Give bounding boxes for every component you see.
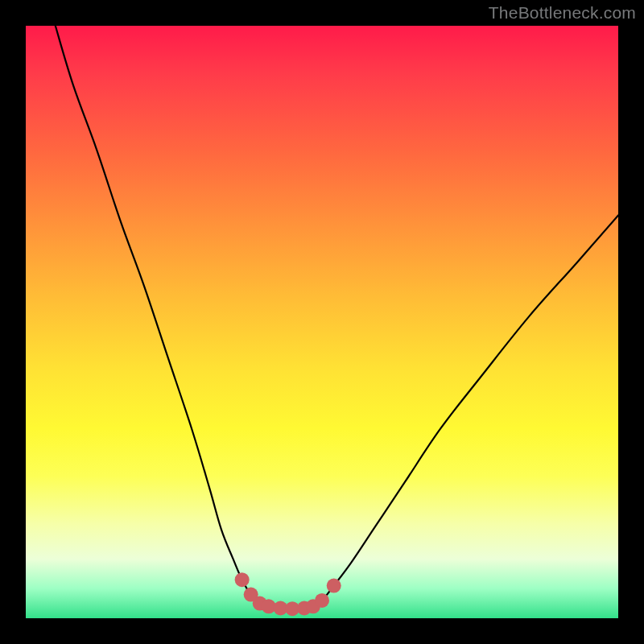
bottleneck-curve xyxy=(56,26,618,609)
watermark-text: TheBottleneck.com xyxy=(489,3,636,23)
valley-marker-dot xyxy=(315,593,329,608)
valley-markers xyxy=(235,572,341,616)
valley-marker-dot xyxy=(327,579,341,593)
plot-area xyxy=(26,26,618,618)
chart-frame: TheBottleneck.com xyxy=(0,0,644,644)
curve-layer xyxy=(26,26,618,618)
valley-marker-dot xyxy=(235,572,250,587)
